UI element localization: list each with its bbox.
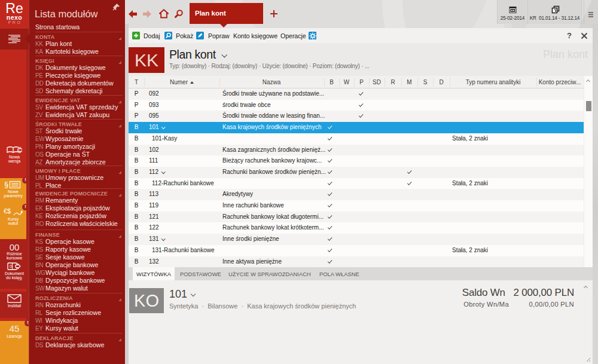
svg-text:0: 0 bbox=[10, 264, 12, 268]
svg-text:€$: €$ bbox=[4, 207, 11, 215]
svg-text:§: § bbox=[4, 180, 8, 189]
